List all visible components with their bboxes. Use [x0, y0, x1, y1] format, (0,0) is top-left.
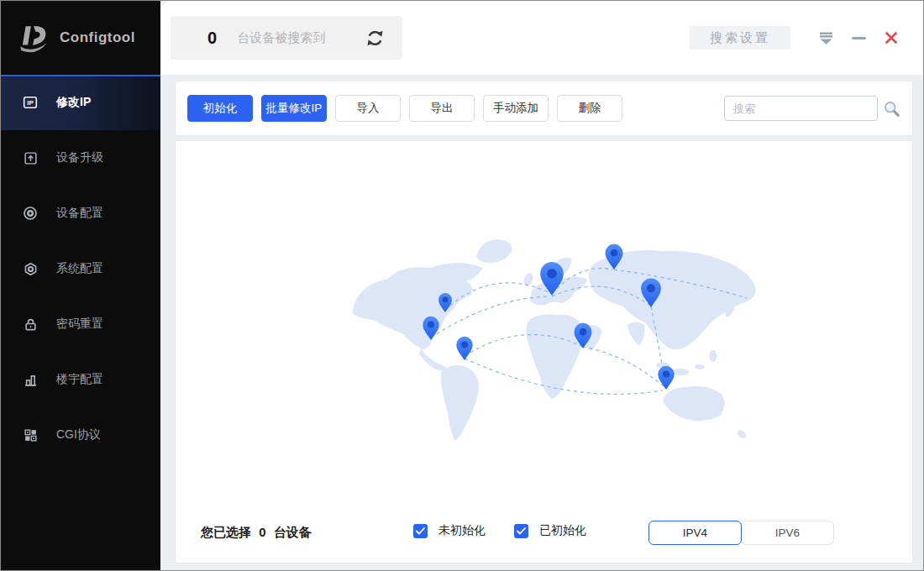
checkbox-checked-icon: [514, 524, 528, 538]
device-count: 0: [207, 29, 217, 48]
device-count-suffix: 台设备被搜索到: [237, 30, 325, 46]
sidebar-item-label: 密码重置: [56, 317, 103, 332]
sidebar-item-building-config[interactable]: 楼宇配置: [1, 352, 160, 407]
checkbox-checked-icon: [413, 524, 428, 538]
ip-badge-icon: IP: [23, 95, 38, 110]
sidebar-item-label: 楼宇配置: [56, 372, 103, 387]
upload-box-icon: [23, 150, 38, 165]
dahua-logo-icon: [16, 20, 51, 55]
sidebar-item-password-reset[interactable]: 密码重置: [1, 296, 160, 352]
configtool-window: Configtool IP 修改IP: [0, 0, 924, 571]
map-pin: [658, 366, 674, 390]
checkbox-initialized[interactable]: 已初始化: [514, 523, 586, 538]
sidebar-item-system-config[interactable]: 系统配置: [1, 241, 160, 296]
sidebar-item-label: 设备升级: [56, 150, 103, 165]
map-panel: 您已选择 0 台设备 未初始化 已初始化 IP: [175, 140, 913, 563]
refresh-icon[interactable]: [365, 28, 386, 49]
sidebar-item-label: 设备配置: [56, 206, 103, 221]
app-title: Configtool: [60, 29, 135, 46]
app-logo: Configtool: [1, 1, 160, 75]
checkbox-label: 未初始化: [438, 523, 486, 538]
window-controls: 搜索设置: [690, 1, 923, 75]
import-button[interactable]: 导入: [335, 95, 401, 122]
sidebar-item-device-config[interactable]: 设备配置: [1, 186, 160, 241]
sidebar-item-label: 修改IP: [56, 95, 91, 110]
map-footer: 您已选择 0 台设备 未初始化 已初始化 IP: [176, 521, 912, 546]
sidebar-item-cgi-protocol[interactable]: CGI协议: [1, 407, 160, 463]
sidebar: Configtool IP 修改IP: [1, 1, 160, 570]
map-pin: [456, 337, 472, 360]
export-button[interactable]: 导出: [409, 95, 475, 122]
selected-suffix: 台设备: [274, 525, 312, 539]
grid-icon: [23, 427, 38, 443]
device-count-box: 0 台设备被搜索到: [171, 16, 402, 60]
sidebar-nav: IP 修改IP 设备升级: [1, 75, 160, 463]
batch-modify-ip-button[interactable]: 批量修改IP: [261, 95, 327, 122]
checkbox-label: 已初始化: [539, 523, 586, 538]
ip-version-tabs: IPV4 IPV6: [648, 521, 834, 545]
sidebar-item-modify-ip[interactable]: IP 修改IP: [1, 75, 160, 130]
manual-add-button[interactable]: 手动添加: [483, 95, 549, 122]
world-map: [350, 233, 766, 464]
tab-ipv6[interactable]: IPV6: [741, 521, 834, 545]
gear-hex-icon: [23, 261, 38, 276]
sidebar-item-label: CGI协议: [56, 427, 101, 443]
search-input[interactable]: [724, 96, 878, 121]
delete-button[interactable]: 删除: [557, 95, 622, 122]
collapse-icon[interactable]: [819, 32, 833, 45]
target-icon: [23, 206, 38, 221]
svg-text:IP: IP: [27, 99, 34, 107]
toolbar: 初始化 批量修改IP 导入 导出 手动添加 删除: [175, 81, 913, 136]
checkbox-uninitialized[interactable]: 未初始化: [413, 523, 486, 538]
selected-prefix: 您已选择: [201, 525, 251, 539]
magnifier-icon[interactable]: [883, 100, 900, 118]
selected-summary: 您已选择 0 台设备: [201, 525, 312, 541]
building-icon: [23, 372, 38, 387]
selected-count: 0: [259, 525, 265, 539]
close-icon[interactable]: [885, 31, 898, 45]
sidebar-item-device-upgrade[interactable]: 设备升级: [1, 130, 160, 186]
sidebar-item-label: 系统配置: [56, 261, 103, 276]
minimize-icon[interactable]: [852, 37, 866, 39]
tab-ipv4[interactable]: IPV4: [648, 521, 742, 545]
search-settings-button[interactable]: 搜索设置: [690, 26, 790, 50]
header: 0 台设备被搜索到 搜索设置: [160, 1, 923, 75]
lock-icon: [23, 317, 38, 332]
initialize-button[interactable]: 初始化: [187, 95, 253, 122]
main-area: 0 台设备被搜索到 搜索设置: [160, 1, 923, 570]
